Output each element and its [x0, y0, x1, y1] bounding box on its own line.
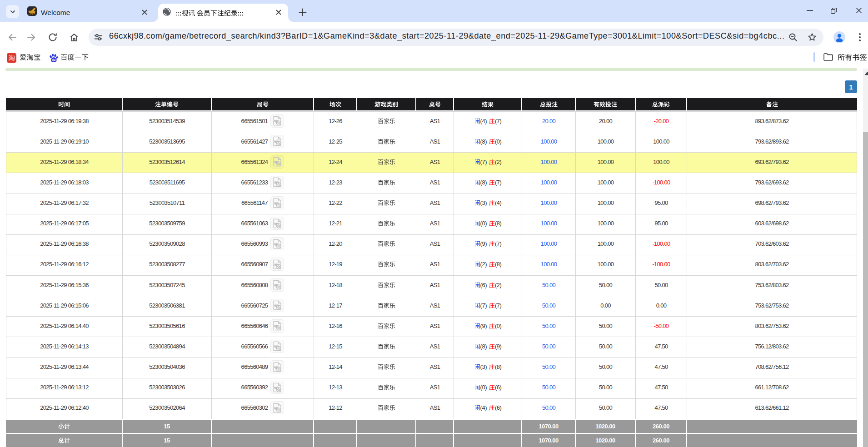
- svg-text:du: du: [52, 58, 55, 61]
